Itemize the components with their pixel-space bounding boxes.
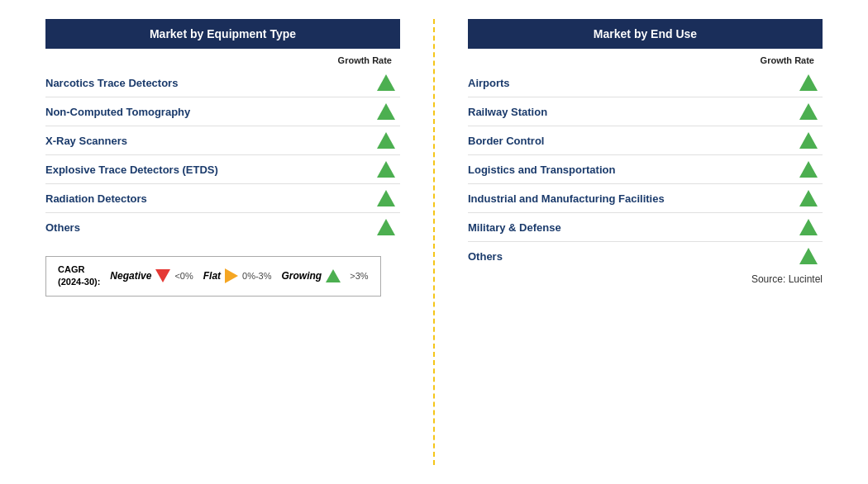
legend-flat: Flat 0%-3% — [203, 268, 272, 283]
end-use-list: AirportsRailway StationBorder ControlLog… — [468, 69, 823, 270]
footer-row: CAGR (2024-30): Negative <0% Flat 0%-3% — [45, 244, 400, 297]
growth-arrow-up-icon — [799, 248, 818, 264]
growth-arrow-up-icon — [799, 74, 818, 91]
growing-label: Growing — [282, 270, 322, 282]
item-label: Airports — [468, 77, 799, 89]
item-label: Radiation Detectors — [45, 192, 377, 205]
item-label: Industrial and Manufacturing Facilities — [468, 192, 799, 205]
outer-container: Market by Equipment Type Growth Rate Nar… — [21, 11, 847, 473]
legend-growing: Growing >3% — [282, 269, 369, 282]
table-row: X-Ray Scanners — [45, 126, 400, 155]
end-use-header: Market by End Use — [468, 19, 823, 49]
panel-divider — [433, 19, 435, 465]
equipment-type-list: Narcotics Trace DetectorsNon-Computed To… — [45, 69, 400, 241]
item-label: Explosive Trace Detectors (ETDS) — [45, 164, 377, 176]
main-content: Market by Equipment Type Growth Rate Nar… — [37, 19, 831, 465]
item-label: Logistics and Transportation — [468, 164, 799, 176]
flat-sub: 0%-3% — [242, 271, 271, 281]
legend-negative: Negative <0% — [110, 269, 193, 282]
table-row: Airports — [468, 69, 823, 97]
equipment-type-panel: Market by Equipment Type Growth Rate Nar… — [37, 19, 425, 465]
table-row: Logistics and Transportation — [468, 155, 823, 184]
table-row: Radiation Detectors — [45, 184, 400, 213]
item-label: Railway Station — [468, 106, 799, 118]
cagr-title: CAGR (2024-30): — [58, 263, 100, 289]
growth-arrow-up-icon — [377, 219, 395, 235]
item-label: Military & Defense — [468, 221, 799, 234]
item-label: Non-Computed Tomography — [45, 106, 377, 118]
growth-arrow-up-icon — [799, 132, 818, 149]
left-growth-rate-label: Growth Rate — [45, 55, 400, 65]
table-row: Others — [468, 242, 823, 270]
negative-sub: <0% — [174, 271, 193, 281]
growth-arrow-up-icon — [799, 103, 818, 120]
negative-label: Negative — [110, 270, 151, 282]
growth-arrow-up-icon — [377, 161, 395, 178]
growth-arrow-up-icon — [377, 103, 395, 120]
growth-arrow-up-icon — [377, 74, 395, 91]
growth-arrow-up-icon — [799, 161, 818, 178]
arrow-down-icon — [155, 269, 170, 282]
table-row: Industrial and Manufacturing Facilities — [468, 184, 823, 213]
table-row: Railway Station — [468, 97, 823, 126]
growth-arrow-up-icon — [377, 190, 395, 206]
source-label: Source: Lucintel — [751, 273, 823, 285]
arrow-up-green-icon — [326, 269, 341, 282]
growing-sub: >3% — [350, 271, 368, 281]
table-row: Others — [45, 213, 400, 241]
growth-arrow-up-icon — [799, 190, 818, 206]
item-label: Others — [45, 221, 377, 234]
flat-label: Flat — [203, 270, 221, 282]
growth-arrow-up-icon — [799, 219, 818, 235]
source-row: Source: Lucintel — [468, 273, 823, 285]
equipment-type-header: Market by Equipment Type — [45, 19, 400, 49]
item-label: Narcotics Trace Detectors — [45, 77, 377, 89]
table-row: Explosive Trace Detectors (ETDS) — [45, 155, 400, 184]
legend: CAGR (2024-30): Negative <0% Flat 0%-3% — [45, 256, 381, 297]
end-use-panel: Market by End Use Growth Rate AirportsRa… — [443, 19, 831, 465]
growth-arrow-up-icon — [377, 132, 395, 149]
arrow-right-icon — [225, 268, 238, 283]
right-growth-rate-label: Growth Rate — [468, 55, 823, 65]
table-row: Non-Computed Tomography — [45, 97, 400, 126]
table-row: Narcotics Trace Detectors — [45, 69, 400, 97]
table-row: Border Control — [468, 126, 823, 155]
item-label: X-Ray Scanners — [45, 135, 377, 147]
item-label: Others — [468, 250, 799, 263]
table-row: Military & Defense — [468, 213, 823, 242]
item-label: Border Control — [468, 135, 799, 147]
